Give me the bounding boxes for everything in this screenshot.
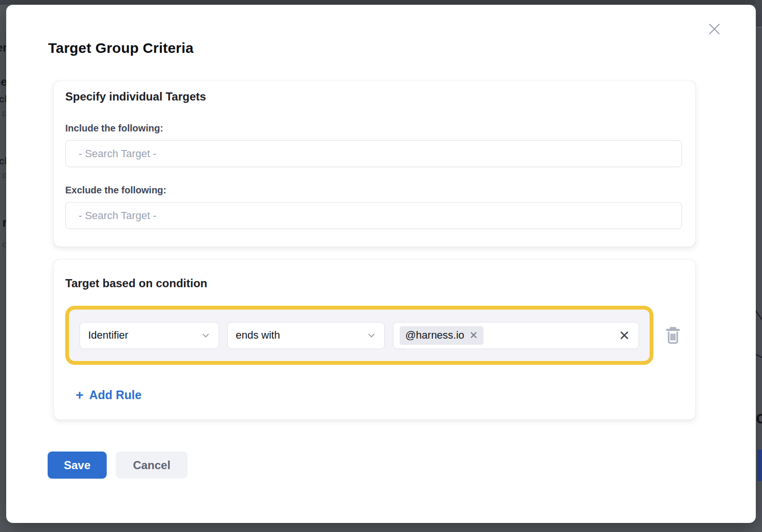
- individual-targets-heading: Specify individual Targets: [65, 90, 682, 103]
- condition-rule-row: Identifier ends with @harness.io: [65, 306, 653, 365]
- remove-value-icon[interactable]: [470, 331, 478, 339]
- include-target-input[interactable]: [65, 140, 682, 167]
- values-input[interactable]: @harness.io: [393, 322, 639, 349]
- close-button[interactable]: [706, 20, 723, 38]
- condition-rule-line: Identifier ends with @harness.io: [65, 306, 682, 365]
- attribute-select[interactable]: Identifier: [80, 322, 219, 349]
- condition-section: Target based on condition Identifier end…: [54, 260, 695, 420]
- modal-title: Target Group Criteria: [48, 40, 756, 56]
- modal-footer: Save Cancel: [48, 452, 756, 479]
- add-rule-button[interactable]: + Add Rule: [76, 388, 141, 402]
- chevron-down-icon: [201, 330, 211, 341]
- operator-select[interactable]: ends with: [227, 322, 385, 349]
- operator-select-value: ends with: [236, 329, 280, 341]
- chevron-down-icon: [366, 330, 377, 341]
- exclude-target-input[interactable]: [65, 202, 682, 229]
- close-icon: [706, 20, 723, 38]
- target-group-criteria-modal: Target Group Criteria Specify individual…: [6, 5, 756, 523]
- backdrop-right-divider: [755, 27, 762, 28]
- backdrop-text-fragment: c: [756, 408, 762, 428]
- condition-heading: Target based on condition: [65, 277, 682, 290]
- include-label: Include the following:: [65, 123, 682, 133]
- value-chip: @harness.io: [400, 326, 483, 345]
- delete-rule-button[interactable]: [664, 325, 682, 345]
- exclude-label: Exclude the following:: [65, 185, 682, 195]
- individual-targets-section: Specify individual Targets Include the f…: [54, 81, 695, 247]
- save-button[interactable]: Save: [48, 452, 107, 479]
- plus-icon: +: [76, 389, 83, 402]
- backdrop-top-band: [0, 0, 762, 5]
- cancel-button[interactable]: Cancel: [116, 452, 188, 479]
- trash-icon: [664, 325, 682, 345]
- backdrop-blue-element: [757, 450, 762, 481]
- attribute-select-value: Identifier: [88, 329, 128, 341]
- value-chip-label: @harness.io: [405, 329, 464, 341]
- backdrop-right-band: [755, 0, 762, 27]
- clear-values-icon: [619, 330, 630, 341]
- add-rule-label: Add Rule: [89, 388, 141, 402]
- clear-values-button[interactable]: [619, 330, 630, 341]
